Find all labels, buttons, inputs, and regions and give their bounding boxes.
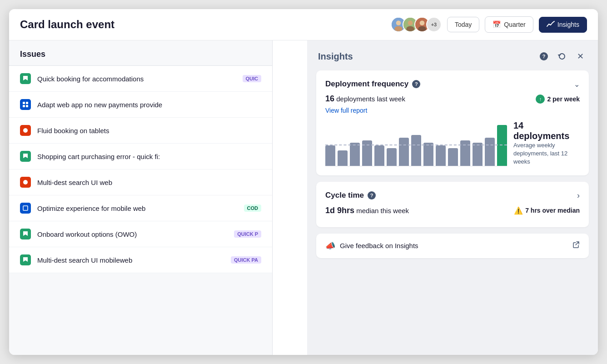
- chart-bar: [362, 140, 372, 166]
- issue-text: Quick booking for accommodations: [37, 75, 236, 83]
- megaphone-icon: 📣: [325, 241, 335, 251]
- cycle-metric-row: 1d 9hrs median this week ⚠️ 7 hrs over m…: [325, 206, 580, 215]
- issue-text: Onboard workout options (OWO): [37, 230, 228, 238]
- app-window: Card launch event: [9, 9, 598, 355]
- chart-bar: [411, 135, 421, 166]
- chart-info: 14 deployments Average weekly deployment…: [507, 120, 580, 166]
- avatar-more[interactable]: +3: [426, 17, 442, 32]
- issue-text: Adapt web app no new payments provide: [37, 101, 261, 109]
- issues-list: Quick booking for accommodations QUIC Ad…: [9, 65, 272, 273]
- trend-up-icon: ↑: [536, 95, 545, 104]
- issue-text: Multi-dest search UI web: [37, 179, 261, 186]
- list-item[interactable]: Shopping cart purchasing error - quick f…: [9, 144, 272, 170]
- cycle-warning-label: 7 hrs over median: [525, 207, 580, 214]
- main-content: Issues Quick booking for accommodations …: [9, 40, 598, 355]
- deployment-metric-row: 16 deployments last week ↑ 2 per week: [325, 94, 580, 104]
- insights-panel-actions: ? ✕: [537, 50, 587, 63]
- feedback-card[interactable]: 📣 Give feedback on Insights: [316, 234, 589, 258]
- quarter-button[interactable]: 📅 Quarter: [485, 16, 533, 33]
- svg-point-1: [396, 20, 401, 25]
- list-item[interactable]: Multi-dest search UI mobileweb QUICK PA: [9, 247, 272, 273]
- help-button[interactable]: ?: [537, 50, 551, 63]
- chart-bar: [448, 148, 458, 166]
- external-link-icon: [572, 241, 580, 250]
- list-item[interactable]: Onboard workout options (OWO) QUICK P: [9, 221, 272, 247]
- svg-point-8: [418, 26, 426, 32]
- chart-dashed-line: [325, 145, 507, 145]
- issue-text: Multi-dest search UI mobileweb: [37, 256, 224, 264]
- cycle-title-row: Cycle time ?: [325, 191, 376, 200]
- issue-text: Shopping cart purchasing error - quick f…: [37, 153, 261, 160]
- cycle-time-title: Cycle time: [325, 191, 364, 200]
- list-item[interactable]: Optimize experience for mobile web COD: [9, 195, 272, 221]
- svg-rect-15: [23, 206, 28, 210]
- svg-point-13: [23, 128, 28, 133]
- chart-bar: [436, 145, 446, 166]
- list-item[interactable]: Adapt web app no new payments provide: [9, 92, 272, 118]
- today-button[interactable]: Today: [447, 17, 479, 32]
- page-title: Card launch event: [20, 18, 114, 31]
- deployment-rate: 2 per week: [547, 95, 580, 103]
- svg-point-2: [394, 26, 403, 32]
- deployment-metric-main: 16 deployments last week: [325, 94, 405, 104]
- chart-info-desc: Average weekly deployments, last 12 week…: [513, 141, 580, 166]
- chart-bars: [325, 121, 507, 166]
- cycle-help-icon[interactable]: ?: [368, 191, 376, 199]
- chart-bar: [485, 138, 495, 166]
- list-item[interactable]: Multi-dest search UI web: [9, 170, 272, 195]
- header: Card launch event: [9, 9, 598, 40]
- quarter-label: Quarter: [504, 21, 525, 28]
- refresh-button[interactable]: [555, 50, 569, 63]
- deployment-count: 16: [325, 94, 334, 103]
- refresh-icon: [557, 52, 567, 61]
- issue-text: Optimize experience for mobile web: [37, 204, 238, 212]
- chart-info-num: 14 deployments: [513, 120, 580, 141]
- view-report-link[interactable]: View full report: [325, 107, 367, 114]
- chart-bar: [374, 145, 384, 166]
- help-icon: ?: [540, 52, 548, 60]
- svg-point-5: [406, 26, 414, 32]
- deployment-rate-badge: ↑ 2 per week: [536, 95, 580, 104]
- header-right: +3 Today 📅 Quarter Insights: [391, 16, 587, 33]
- avatar-group: +3: [391, 17, 442, 32]
- list-item[interactable]: Quick booking for accommodations QUIC: [9, 66, 272, 92]
- issues-header: Issues: [9, 40, 272, 65]
- cycle-time-card-header: Cycle time ? ›: [325, 191, 580, 200]
- feedback-left: 📣 Give feedback on Insights: [325, 241, 418, 251]
- list-item[interactable]: Fluid booking on tablets: [9, 118, 272, 144]
- insights-panel-header: Insights ? ✕: [316, 50, 589, 63]
- issue-badge: QUIC: [243, 75, 262, 82]
- issue-badge: QUICK PA: [231, 256, 261, 264]
- cycle-warning-badge: ⚠️ 7 hrs over median: [514, 206, 580, 215]
- insights-button[interactable]: Insights: [539, 17, 587, 33]
- deployment-chart: 14 deployments Average weekly deployment…: [325, 120, 580, 166]
- issue-icon-green: [20, 229, 31, 239]
- close-icon: ✕: [577, 51, 584, 61]
- issue-icon-blue: [20, 99, 31, 110]
- deployment-count-suffix: deployments last week: [336, 95, 405, 103]
- svg-point-4: [408, 20, 413, 25]
- deployment-card-header: Deployment frequency ? ⌄: [325, 80, 580, 89]
- insights-overlay: Insights ? ✕: [307, 40, 598, 355]
- cycle-chevron-icon[interactable]: ›: [577, 191, 580, 200]
- card-title-row: Deployment frequency ?: [325, 80, 420, 89]
- chart-bar: [338, 150, 348, 166]
- issue-icon-red: [20, 125, 31, 136]
- close-button[interactable]: ✕: [573, 50, 587, 63]
- cycle-time-card: Cycle time ? › 1d 9hrs median this week …: [316, 182, 589, 227]
- issue-text: Fluid booking on tablets: [37, 127, 261, 135]
- deployment-help-icon[interactable]: ?: [412, 80, 420, 88]
- issue-icon-green: [20, 73, 31, 84]
- chart-bar: [460, 140, 470, 166]
- chart-bar: [399, 138, 409, 166]
- svg-rect-11: [23, 105, 25, 107]
- svg-point-7: [420, 20, 425, 25]
- cycle-metric-main: 1d 9hrs median this week: [325, 206, 409, 215]
- insights-panel: Insights ? ✕: [316, 50, 589, 258]
- issue-icon-green: [20, 254, 31, 265]
- issues-panel: Issues Quick booking for accommodations …: [9, 40, 273, 355]
- warning-icon: ⚠️: [514, 206, 523, 215]
- chart-bar: [473, 143, 483, 166]
- issue-icon-blue: [20, 203, 31, 214]
- deployment-chevron-icon[interactable]: ⌄: [574, 80, 580, 89]
